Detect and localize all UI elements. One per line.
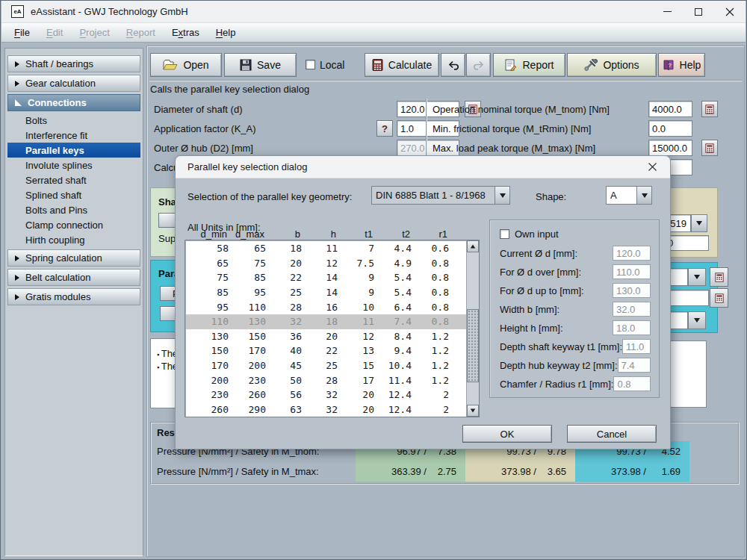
undo-icon: [447, 60, 459, 70]
menu-item[interactable]: Help: [208, 24, 244, 41]
column-header: t1: [336, 228, 373, 240]
sidebar-item-label: Bolts and Pins: [25, 205, 87, 216]
help-button-label: Help: [680, 59, 701, 71]
menu-item[interactable]: Extras: [164, 24, 208, 41]
sidebar-item[interactable]: Parallel keys: [7, 143, 140, 158]
scroll-up-button[interactable]: [467, 240, 479, 252]
geometry-dropdown-button[interactable]: [495, 186, 510, 205]
sidebar-item[interactable]: Involute splines: [5, 158, 143, 172]
dialog-title: Parallel key selection dialog: [187, 161, 307, 172]
local-checkbox[interactable]: [306, 60, 315, 69]
dialog-close-button[interactable]: [641, 158, 663, 176]
options-button[interactable]: Options: [567, 53, 657, 77]
table-row[interactable]: 170 200 45 25 15 10.4 1.2: [186, 358, 468, 373]
nominal-torque-calc-button[interactable]: [701, 101, 718, 117]
sidebar-item[interactable]: Hirth coupling: [5, 232, 143, 247]
redo-button[interactable]: [466, 53, 491, 77]
sidebar-item-label: Gratis modules: [25, 291, 90, 302]
table-row[interactable]: 58 65 18 11 7 4.4 0.6: [186, 241, 468, 256]
results-cell-hub: 373.98 /1.69: [575, 461, 689, 482]
teal-row2-calc-button[interactable]: [710, 288, 728, 308]
ok-button[interactable]: OK: [462, 425, 552, 443]
field-label: Diameter of shaft (d): [154, 104, 243, 115]
menu-item[interactable]: File: [6, 24, 38, 41]
table-row[interactable]: 150 170 40 22 13 9.4 1.2: [186, 343, 468, 358]
sidebar-item[interactable]: Bolts and Pins: [5, 202, 143, 217]
expand-arrow-icon: [15, 294, 19, 300]
table-row[interactable]: 75 85 22 14 9 5.4 0.8: [186, 270, 468, 285]
table-row[interactable]: 95 110 28 16 10 6.4 0.8: [186, 299, 468, 314]
dimension-field-label: Height h [mm]:: [500, 323, 563, 334]
menu-item[interactable]: Edit: [38, 24, 71, 41]
scroll-down-button[interactable]: [467, 405, 479, 417]
sidebar-item[interactable]: Serrated shaft: [5, 172, 143, 187]
dimension-field-input[interactable]: 7.4: [618, 358, 651, 373]
cancel-button[interactable]: Cancel: [567, 425, 657, 443]
min-frictional-torque-input[interactable]: 0.0: [648, 120, 692, 137]
own-input-checkbox[interactable]: [500, 229, 509, 239]
shape-dropdown-value: A: [606, 186, 636, 205]
scrollbar-thumb[interactable]: [467, 309, 479, 382]
sidebar-item-label: Interference fit: [25, 130, 87, 141]
sidebar-item[interactable]: Clamp connection: [5, 217, 143, 232]
dimension-field-label: Width b [mm]:: [500, 304, 560, 315]
shape-label: Shape:: [536, 191, 566, 202]
sidebar-item[interactable]: Bolts: [5, 113, 143, 128]
shape-dropdown[interactable]: A: [606, 186, 652, 205]
right-top-dropdown-button[interactable]: [691, 214, 707, 232]
dimension-field-input[interactable]: 11.0: [622, 339, 651, 354]
table-row[interactable]: 260 290 63 32 20 12.4 2: [186, 402, 468, 417]
sidebar-item[interactable]: Connections: [7, 94, 140, 111]
dimension-field-input[interactable]: 0.8: [613, 376, 651, 391]
column-header: d_max: [227, 228, 264, 240]
sidebar-item[interactable]: Interference fit: [5, 128, 143, 143]
menu-item[interactable]: Report: [118, 24, 164, 41]
right-top-field[interactable]: 0: [664, 235, 709, 251]
menu-item[interactable]: Project: [71, 24, 117, 41]
calc-icon: [705, 105, 714, 114]
results-cell-shaft: 363.39 /2.75: [356, 461, 465, 482]
teal-row3-dropdown-button[interactable]: [688, 311, 706, 329]
undo-button[interactable]: [441, 53, 465, 77]
dimension-field-input[interactable]: 18.0: [613, 320, 651, 335]
open-button[interactable]: Open: [150, 53, 222, 77]
maximize-button[interactable]: [683, 1, 714, 23]
expand-arrow-icon: [15, 81, 19, 87]
table-row[interactable]: 85 95 25 14 9 5.4 0.8: [186, 285, 468, 300]
dimension-field-input[interactable]: 110.0: [613, 264, 651, 279]
sidebar-item[interactable]: Shaft / bearings: [7, 55, 140, 72]
dimension-field-label: For Ø d over [mm]:: [500, 267, 581, 278]
max-peak-torque-input[interactable]: 15000.0: [648, 140, 692, 156]
save-button[interactable]: Save: [224, 53, 297, 77]
calculate-button[interactable]: Calculate: [365, 53, 439, 77]
table-row[interactable]: 110 130 32 18 11 7.4 0.8: [186, 314, 468, 329]
table-row[interactable]: 200 230 50 28 17 11.4 1.2: [186, 373, 468, 388]
close-button[interactable]: [714, 1, 746, 23]
sidebar-item[interactable]: Gear calculation: [7, 75, 140, 92]
geometry-dropdown[interactable]: DIN 6885 Blatt 1 - 8/1968: [371, 186, 510, 205]
sidebar-item-label: Hirth coupling: [25, 234, 85, 246]
report-document-icon: [504, 59, 517, 71]
dimension-field-input[interactable]: 130.0: [613, 283, 651, 298]
table-row[interactable]: 230 260 56 32 20 12.4 2: [186, 388, 468, 402]
help-button[interactable]: ? Help: [658, 53, 705, 77]
table-row[interactable]: 130 150 36 20 12 8.4 1.2: [186, 329, 468, 344]
sidebar-item[interactable]: Spring calculation: [7, 249, 140, 267]
shape-dropdown-button[interactable]: [636, 186, 652, 205]
table-scrollbar[interactable]: [466, 240, 479, 417]
report-button[interactable]: Report: [493, 53, 565, 77]
sidebar-item[interactable]: Gratis modules: [7, 288, 140, 305]
svg-text:?: ?: [668, 62, 672, 69]
dimension-field-label: Depth shaft keyway t1 [mm]:: [500, 341, 622, 352]
application-factor-help-button[interactable]: ?: [376, 120, 393, 137]
teal-row1-dropdown-button[interactable]: [688, 268, 706, 286]
sidebar-item[interactable]: Belt calculation: [7, 269, 140, 286]
minimize-button[interactable]: [651, 1, 683, 23]
dimension-field-input[interactable]: 32.0: [613, 302, 651, 317]
teal-row1-calc-button[interactable]: [710, 267, 728, 287]
sidebar-item[interactable]: Splined shaft: [5, 187, 143, 202]
max-peak-torque-calc-button[interactable]: [701, 140, 718, 156]
nominal-torque-input[interactable]: 4000.0: [648, 101, 692, 117]
table-row[interactable]: 65 75 20 12 7.5 4.9 0.8: [186, 256, 468, 271]
dimension-field-input[interactable]: 120.0: [613, 246, 651, 261]
